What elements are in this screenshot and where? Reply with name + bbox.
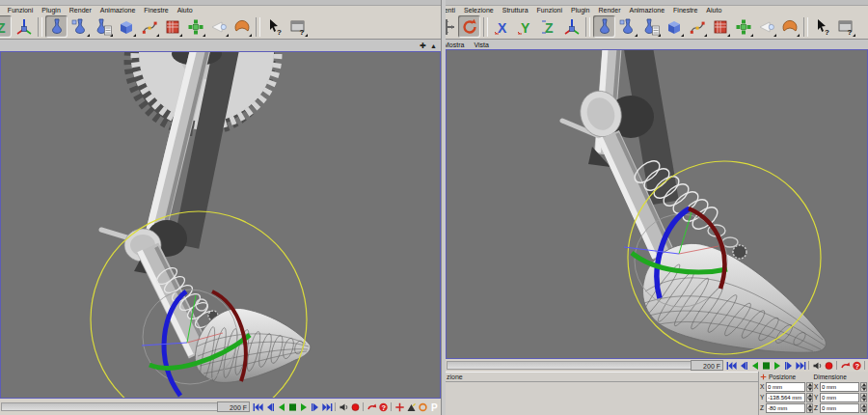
record-button[interactable] xyxy=(349,401,361,412)
position-y-stepper[interactable] xyxy=(806,393,813,402)
position-x-stepper[interactable] xyxy=(806,382,813,392)
viewport-perspective-left[interactable] xyxy=(0,51,441,399)
model-mode-button[interactable] xyxy=(68,15,91,38)
y-axis-lock-button[interactable]: Y xyxy=(514,15,536,38)
go-start-button[interactable] xyxy=(725,360,737,371)
menu-item-strumenti[interactable]: Strumenti xyxy=(446,7,455,14)
menu-item-mostra[interactable]: Mostra xyxy=(446,42,464,48)
maximize-p-button[interactable]: P xyxy=(428,401,440,412)
viewport-perspective-right[interactable] xyxy=(446,49,868,359)
add-primitive-button[interactable] xyxy=(663,15,685,38)
prev-frame-button[interactable] xyxy=(263,401,275,412)
menu-item-plugin[interactable]: Plugin xyxy=(571,7,589,14)
menu-item-finestre[interactable]: Finestre xyxy=(144,7,168,14)
menu-item-plugin[interactable]: Plugin xyxy=(41,7,60,14)
coordinate-system-button[interactable] xyxy=(560,15,583,38)
position-x-field[interactable] xyxy=(766,382,805,392)
menu-item-animazione[interactable]: Animazione xyxy=(629,7,665,14)
menu-item-selezione[interactable]: Selezione xyxy=(464,7,494,14)
dimension-y-stepper[interactable] xyxy=(860,393,867,402)
rotate-tool-button[interactable] xyxy=(458,15,480,38)
menu-item-struttura[interactable]: Struttura xyxy=(502,7,529,14)
timeline-track[interactable] xyxy=(447,361,691,370)
play-backward-button[interactable] xyxy=(275,401,286,412)
help-button[interactable]: ? xyxy=(377,401,389,412)
add-scene-object-button[interactable] xyxy=(778,15,800,38)
render-settings-button[interactable]: ? xyxy=(834,15,856,38)
zoom-view-icon xyxy=(406,402,417,412)
x-axis-lock-button[interactable]: X xyxy=(491,15,513,38)
menu-item-aiuto[interactable]: Aiuto xyxy=(706,7,721,14)
z-axis-lock-button[interactable]: Z xyxy=(537,15,559,38)
volume-button[interactable] xyxy=(338,401,349,412)
go-end-button[interactable] xyxy=(795,360,806,371)
render-button[interactable] xyxy=(839,360,851,371)
record-button[interactable] xyxy=(823,360,834,371)
zoom-view-button[interactable] xyxy=(405,401,417,412)
add-modifier-button[interactable] xyxy=(732,15,754,38)
current-frame[interactable]: 200 F xyxy=(217,401,250,412)
menu-item-animazione[interactable]: Animazione xyxy=(100,7,136,14)
dimension-z-stepper[interactable] xyxy=(860,403,867,413)
help-button[interactable]: ? xyxy=(851,360,862,371)
dimension-x-stepper[interactable] xyxy=(860,382,867,392)
prev-frame-button[interactable] xyxy=(737,360,748,371)
add-spline-icon xyxy=(688,17,707,37)
next-frame-button[interactable] xyxy=(783,360,795,371)
animation-panel[interactable]: zione xyxy=(446,372,758,415)
menu-item-render[interactable]: Render xyxy=(599,7,621,14)
position-z-stepper[interactable] xyxy=(806,403,813,413)
svg-text:Y: Y xyxy=(521,20,530,36)
maximize-view-icon[interactable]: ▲ xyxy=(430,42,437,49)
stop-button[interactable] xyxy=(286,401,298,412)
coordinate-system-button[interactable] xyxy=(13,15,35,38)
model-mode-button[interactable] xyxy=(616,15,638,38)
menu-item-aiuto[interactable]: Aiuto xyxy=(177,7,193,14)
volume-button[interactable] xyxy=(811,360,823,371)
add-light-button[interactable] xyxy=(207,15,230,38)
add-modifier-button[interactable] xyxy=(184,15,206,38)
timeline-track[interactable] xyxy=(1,402,217,411)
move-tool-button[interactable] xyxy=(446,15,457,38)
add-nurbs-button[interactable] xyxy=(161,15,183,38)
render-button[interactable] xyxy=(366,401,377,412)
help-pointer-button[interactable]: ? xyxy=(811,15,833,38)
play-forward-button[interactable] xyxy=(298,401,310,412)
animation-mode-button[interactable] xyxy=(92,15,114,38)
next-frame-button[interactable] xyxy=(310,401,321,412)
dimension-y-field[interactable] xyxy=(820,393,859,402)
menu-item-funzioni[interactable]: Funzioni xyxy=(537,7,562,14)
dimension-x-field[interactable] xyxy=(820,382,859,392)
menu-item-vista[interactable]: Vista xyxy=(474,42,488,48)
rotate-view-button[interactable] xyxy=(417,401,428,412)
move-view-icon[interactable]: ✚ xyxy=(420,42,426,50)
object-mode-button[interactable] xyxy=(593,15,615,38)
position-y-field[interactable] xyxy=(766,393,805,402)
add-spline-button[interactable] xyxy=(686,15,708,38)
go-start-button[interactable] xyxy=(252,401,263,412)
transport-separator xyxy=(864,361,865,370)
dimension-z-field[interactable] xyxy=(820,403,859,413)
render-settings-button[interactable]: ? xyxy=(286,15,309,38)
svg-text:?: ? xyxy=(381,402,386,411)
go-end-button[interactable] xyxy=(321,401,333,412)
play-forward-button[interactable] xyxy=(772,360,783,371)
object-mode-button[interactable] xyxy=(45,15,68,38)
add-scene-object-button[interactable] xyxy=(231,15,253,38)
position-z-field[interactable] xyxy=(766,403,805,413)
add-light-button[interactable] xyxy=(755,15,777,38)
pan-view-button[interactable] xyxy=(393,401,405,412)
stop-button[interactable] xyxy=(760,360,772,371)
add-nurbs-button[interactable] xyxy=(709,15,731,38)
add-scene-object-icon xyxy=(232,17,252,37)
menu-item-funzioni[interactable]: Funzioni xyxy=(8,7,33,14)
help-pointer-button[interactable]: ? xyxy=(263,15,285,38)
current-frame[interactable]: 200 F xyxy=(691,360,723,371)
menu-item-finestre[interactable]: Finestre xyxy=(673,7,697,14)
add-primitive-button[interactable] xyxy=(115,15,137,38)
play-backward-button[interactable] xyxy=(748,360,760,371)
menu-item-render[interactable]: Render xyxy=(69,7,92,14)
z-axis-lock-button[interactable]: Z xyxy=(0,15,12,38)
add-spline-button[interactable] xyxy=(138,15,160,38)
animation-mode-button[interactable] xyxy=(639,15,662,38)
